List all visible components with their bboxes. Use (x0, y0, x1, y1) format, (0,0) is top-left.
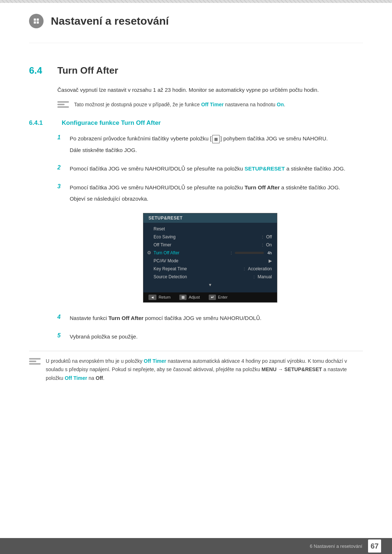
step-1-subtext: Dále stiskněte tlačítko JOG. (70, 145, 363, 155)
osd-btn-adjust: ⊞ Adjust (179, 295, 200, 300)
osd-title: SETUP&RESET (143, 213, 277, 223)
svg-rect-3 (37, 21, 39, 24)
osd-row-eco: Eco Saving : Off (143, 233, 277, 241)
step-1: 1 Po zobrazení průvodce funkčními tlačít… (57, 134, 363, 157)
section-number: 6.4 (29, 65, 51, 76)
note-text-1: Tato možnost je dostupná pouze v případě… (74, 100, 285, 108)
osd-btn-enter: ↵ Enter (209, 295, 228, 300)
step-4-content: Nastavte funkci Turn Off After pomocí tl… (70, 313, 363, 325)
step-5-number: 5 (57, 332, 65, 339)
osd-slider (235, 252, 264, 254)
step-1-number: 1 (57, 134, 65, 141)
chapter-title: Nastavení a resetování (51, 15, 169, 27)
osd-screen: SETUP&RESET Reset Eco Saving : Off Off T… (143, 213, 277, 303)
osd-row-keyrepeat: Key Repeat Time : Acceleration (143, 265, 277, 273)
gear-icon: ⚙ (147, 250, 151, 255)
return-icon: ◄ (148, 295, 156, 300)
step-2-content: Pomocí tlačítka JOG ve směru NAHORU/DOLŮ… (70, 164, 363, 176)
osd-row-down: ▼ (143, 281, 277, 289)
note-icon-1 (57, 101, 69, 108)
step-3-number: 3 (57, 183, 65, 190)
section-title: Turn Off After (57, 65, 118, 76)
step-3-content: Pomocí tlačítka JOG ve směru NAHORU/DOLŮ… (70, 183, 363, 206)
step-4-number: 4 (57, 314, 65, 320)
osd-row-turnoff: ⚙ Turn Off After : 4h (143, 249, 277, 257)
step-4: 4 Nastavte funkci Turn Off After pomocí … (57, 313, 363, 325)
subsection-heading: 6.4.1 Konfigurace funkce Turn Off After (29, 119, 363, 127)
chapter-header: Nastavení a resetování (29, 3, 363, 43)
svg-rect-2 (34, 21, 36, 24)
page-footer: 6 Nastavení a resetování 67 (0, 538, 392, 554)
osd-screenshot: SETUP&RESET Reset Eco Saving : Off Off T… (57, 213, 363, 303)
step-2-number: 2 (57, 164, 65, 171)
step-5: 5 Vybraná položka se použije. (57, 332, 363, 344)
subsection-number: 6.4.1 (29, 119, 57, 127)
osd-row-reset: Reset (143, 225, 277, 233)
osd-body: Reset Eco Saving : Off Off Timer : On (143, 223, 277, 291)
enter-icon: ↵ (209, 295, 216, 300)
note-icon-bottom (29, 358, 41, 365)
subsection-title: Konfigurace funkce Turn Off After (62, 119, 161, 127)
chapter-icon (29, 14, 44, 28)
osd-row-pcav: PC/AV Mode ▶ (143, 257, 277, 265)
footer-page-number: 67 (368, 539, 381, 553)
section-heading: 6.4 Turn Off After (29, 65, 363, 76)
down-arrow-icon: ▼ (208, 283, 212, 287)
bottom-note-text: U produktů na evropském trhu je u položk… (46, 357, 363, 383)
note-box-1: Tato možnost je dostupná pouze v případě… (57, 100, 363, 108)
svg-rect-0 (34, 19, 36, 21)
step-3: 3 Pomocí tlačítka JOG ve směru NAHORU/DO… (57, 183, 363, 206)
osd-btn-return: ◄ Return (148, 295, 171, 300)
step-2: 2 Pomocí tlačítka JOG ve směru NAHORU/DO… (57, 164, 363, 176)
step-1-content: Po zobrazení průvodce funkčními tlačítky… (70, 134, 363, 157)
note-box-bottom: U produktů na evropském trhu je u položk… (29, 351, 363, 383)
osd-row-sourcedetect: Source Detection : Manual (143, 273, 277, 281)
osd-bottom-bar: ◄ Return ⊞ Adjust ↵ Enter (143, 292, 277, 302)
svg-rect-1 (37, 19, 39, 21)
header-stripe (0, 0, 392, 3)
osd-row-offtimer: Off Timer : On (143, 241, 277, 249)
steps-list: 1 Po zobrazení průvodce funkčními tlačít… (57, 134, 363, 344)
step-3-subtext: Objeví se následující obrazovka. (70, 194, 363, 204)
section-description: Časovač vypnutí lze nastavit v rozsahu 1… (57, 85, 363, 95)
adjust-icon: ⊞ (179, 295, 187, 300)
step-5-content: Vybraná položka se použije. (70, 332, 363, 344)
arrow-right-icon: ▶ (269, 258, 272, 263)
footer-chapter-label: 6 Nastavení a resetování (310, 543, 362, 549)
